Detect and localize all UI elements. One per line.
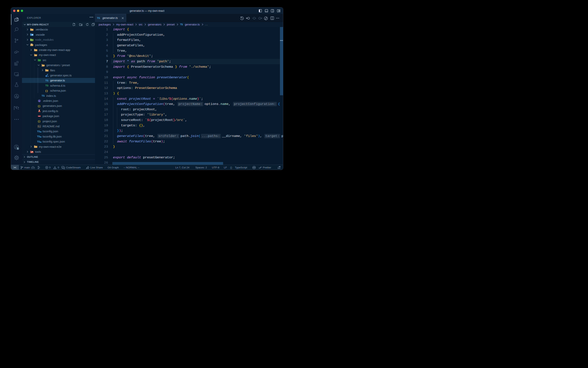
svg-text:JS: JS bbox=[32, 39, 33, 40]
svg-text:npm: npm bbox=[38, 116, 40, 117]
svg-text:</>: </> bbox=[38, 60, 40, 61]
svg-text:1: 1 bbox=[17, 147, 18, 150]
svg-text:TS: TS bbox=[47, 76, 49, 77]
